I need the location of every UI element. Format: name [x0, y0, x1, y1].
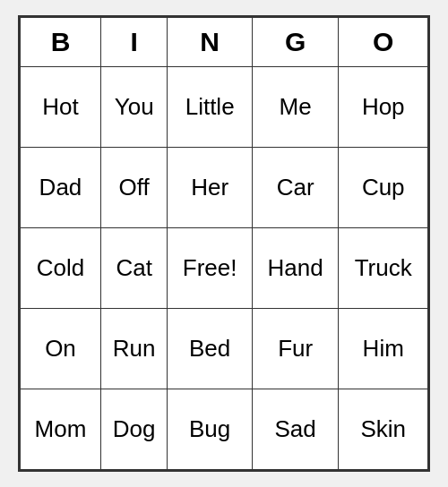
bingo-cell-3-2: Bed	[168, 309, 252, 389]
bingo-cell-2-0: Cold	[21, 228, 101, 309]
bingo-header-B: B	[21, 18, 101, 67]
bingo-cell-3-0: On	[21, 309, 101, 389]
bingo-body: HotYouLittleMeHopDadOffHerCarCupColdCatF…	[21, 67, 428, 470]
bingo-cell-2-2: Free!	[168, 228, 252, 309]
bingo-header-G: G	[252, 18, 339, 67]
bingo-cell-3-1: Run	[100, 309, 168, 389]
bingo-cell-1-3: Car	[252, 148, 339, 228]
bingo-cell-2-4: Truck	[339, 228, 428, 309]
bingo-cell-4-0: Mom	[21, 389, 101, 470]
bingo-cell-4-1: Dog	[100, 389, 168, 470]
bingo-cell-2-1: Cat	[100, 228, 168, 309]
header-row: BINGO	[21, 18, 428, 67]
bingo-row-0: HotYouLittleMeHop	[21, 67, 428, 148]
bingo-cell-1-1: Off	[100, 148, 168, 228]
bingo-cell-3-3: Fur	[252, 309, 339, 389]
bingo-row-3: OnRunBedFurHim	[21, 309, 428, 389]
bingo-card: BINGO HotYouLittleMeHopDadOffHerCarCupCo…	[18, 15, 430, 472]
bingo-cell-0-4: Hop	[339, 67, 428, 148]
bingo-table: BINGO HotYouLittleMeHopDadOffHerCarCupCo…	[20, 17, 428, 470]
bingo-row-2: ColdCatFree!HandTruck	[21, 228, 428, 309]
bingo-cell-2-3: Hand	[252, 228, 339, 309]
bingo-cell-0-3: Me	[252, 67, 339, 148]
bingo-header-I: I	[100, 18, 168, 67]
bingo-cell-1-0: Dad	[21, 148, 101, 228]
bingo-header-N: N	[168, 18, 252, 67]
bingo-header-O: O	[339, 18, 428, 67]
bingo-row-4: MomDogBugSadSkin	[21, 389, 428, 470]
bingo-cell-4-2: Bug	[168, 389, 252, 470]
bingo-cell-3-4: Him	[339, 309, 428, 389]
bingo-cell-0-1: You	[100, 67, 168, 148]
bingo-row-1: DadOffHerCarCup	[21, 148, 428, 228]
bingo-cell-4-3: Sad	[252, 389, 339, 470]
bingo-cell-1-2: Her	[168, 148, 252, 228]
bingo-cell-0-0: Hot	[21, 67, 101, 148]
bingo-cell-1-4: Cup	[339, 148, 428, 228]
bingo-cell-4-4: Skin	[339, 389, 428, 470]
bingo-cell-0-2: Little	[168, 67, 252, 148]
